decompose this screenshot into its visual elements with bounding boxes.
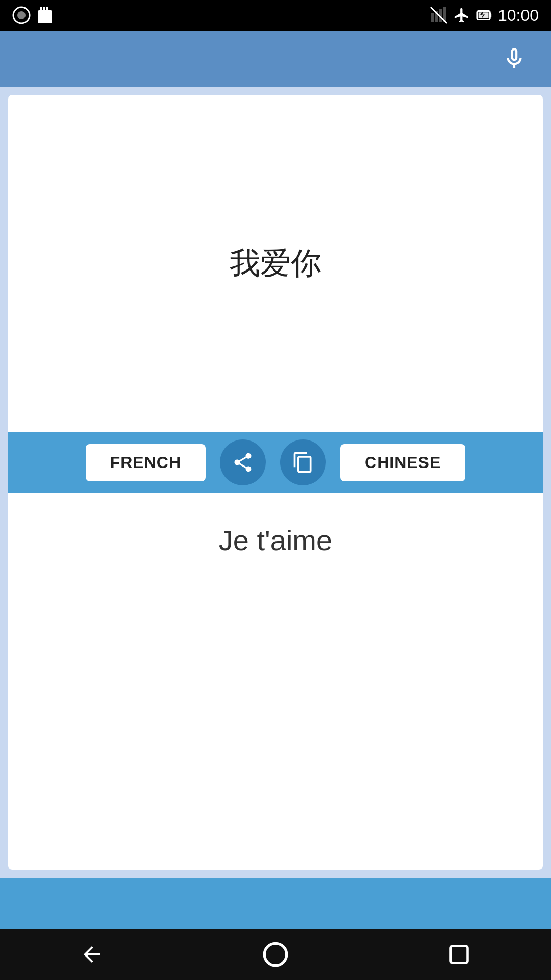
- back-button[interactable]: [71, 934, 112, 975]
- main-content: 我爱你 FRENCH CHINESE Je t'aime: [0, 87, 551, 878]
- battery-icon: [475, 7, 493, 24]
- svg-rect-6: [431, 13, 434, 22]
- home-button[interactable]: [255, 934, 296, 975]
- source-text: 我爱你: [230, 243, 321, 284]
- copy-button[interactable]: [280, 439, 326, 485]
- status-time: 10:00: [498, 6, 539, 25]
- svg-point-14: [264, 943, 286, 965]
- recents-icon: [448, 943, 470, 966]
- source-text-box[interactable]: 我爱你: [8, 95, 543, 432]
- home-icon: [262, 941, 289, 968]
- french-language-button[interactable]: FRENCH: [86, 444, 206, 481]
- mic-button[interactable]: [498, 42, 531, 75]
- svg-point-1: [17, 11, 26, 19]
- status-bar: 10:00: [0, 0, 551, 31]
- nav-bar: [0, 929, 551, 980]
- copy-icon: [292, 451, 314, 474]
- svg-rect-12: [490, 13, 491, 18]
- translated-text-box[interactable]: Je t'aime: [8, 493, 543, 870]
- chinese-language-button[interactable]: CHINESE: [340, 444, 465, 481]
- airplane-icon: [453, 7, 470, 24]
- back-icon: [80, 942, 104, 967]
- recents-button[interactable]: [439, 934, 480, 975]
- share-button[interactable]: [220, 439, 266, 485]
- status-bar-right: 10:00: [430, 6, 539, 25]
- no-signal-icon: [430, 6, 448, 24]
- mic-icon: [502, 46, 527, 71]
- svg-rect-15: [451, 946, 468, 963]
- svg-rect-3: [40, 7, 42, 12]
- translated-text: Je t'aime: [219, 524, 332, 557]
- app-bar: [0, 31, 551, 87]
- status-bar-left: [12, 6, 53, 24]
- svg-rect-5: [46, 7, 48, 12]
- sdcard-icon: [37, 6, 53, 24]
- circle-icon: [12, 6, 31, 24]
- share-icon: [232, 451, 254, 474]
- svg-rect-4: [43, 7, 45, 12]
- language-bar: FRENCH CHINESE: [8, 432, 543, 493]
- bottom-bar: [0, 878, 551, 929]
